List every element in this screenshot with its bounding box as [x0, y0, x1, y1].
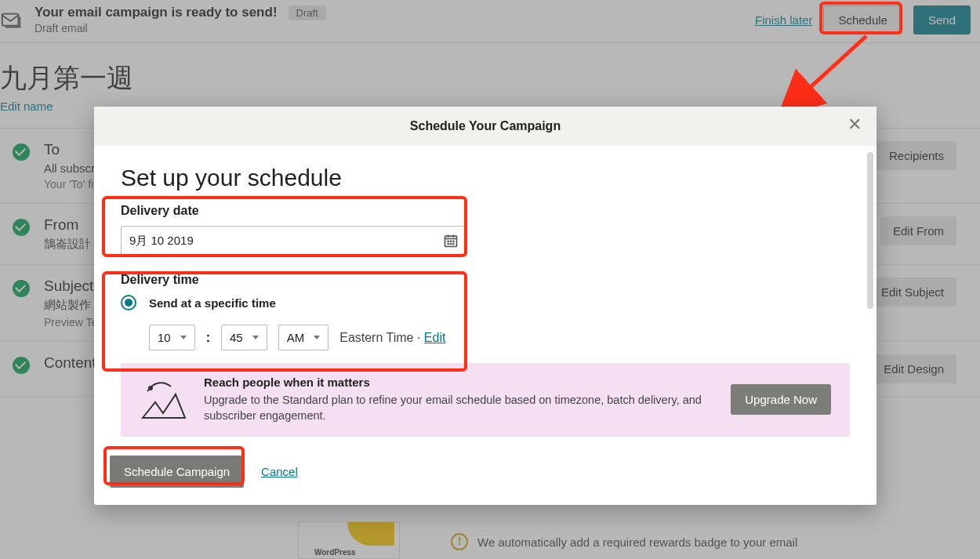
ampm-select[interactable]: AM: [278, 325, 329, 350]
close-icon[interactable]: ✕: [845, 116, 864, 135]
schedule-campaign-button[interactable]: Schedule Campaign: [110, 456, 244, 488]
cancel-link[interactable]: Cancel: [261, 465, 298, 478]
modal-title: Schedule Your Campaign: [410, 119, 561, 133]
specific-time-label: Send at a specific time: [149, 296, 276, 310]
svg-point-9: [448, 244, 448, 245]
chevron-down-icon: [314, 336, 320, 339]
delivery-date-label: Delivery date: [121, 204, 850, 218]
time-colon: :: [206, 331, 210, 345]
setup-heading: Set up your schedule: [121, 165, 850, 191]
date-field[interactable]: [129, 234, 412, 248]
modal-header: Schedule Your Campaign ✕: [94, 107, 877, 146]
hour-select[interactable]: 10: [149, 325, 195, 350]
schedule-modal: Schedule Your Campaign ✕ Set up your sch…: [94, 107, 877, 505]
svg-point-12: [148, 386, 153, 390]
delivery-time-label: Delivery time: [121, 273, 850, 287]
promo-illustration-icon: [140, 379, 188, 421]
svg-point-6: [448, 241, 448, 241]
svg-point-11: [453, 244, 454, 245]
scrollbar[interactable]: [867, 152, 873, 309]
upgrade-promo: Reach people when it matters Upgrade to …: [121, 363, 850, 437]
upgrade-now-button[interactable]: Upgrade Now: [731, 384, 831, 415]
svg-point-8: [453, 241, 454, 241]
chevron-down-icon: [180, 336, 187, 339]
calendar-icon[interactable]: [443, 233, 459, 249]
edit-timezone-link[interactable]: Edit: [424, 331, 446, 344]
timezone-text: Eastern Time: [339, 331, 413, 344]
chevron-down-icon: [252, 336, 259, 339]
minute-select[interactable]: 45: [221, 325, 267, 350]
promo-title: Reach people when it matters: [204, 376, 715, 389]
svg-point-10: [450, 244, 451, 245]
delivery-date-input[interactable]: [121, 226, 467, 256]
svg-point-7: [450, 241, 451, 241]
promo-subtitle: Upgrade to the Standard plan to refine y…: [204, 392, 715, 424]
specific-time-radio[interactable]: [121, 295, 136, 310]
